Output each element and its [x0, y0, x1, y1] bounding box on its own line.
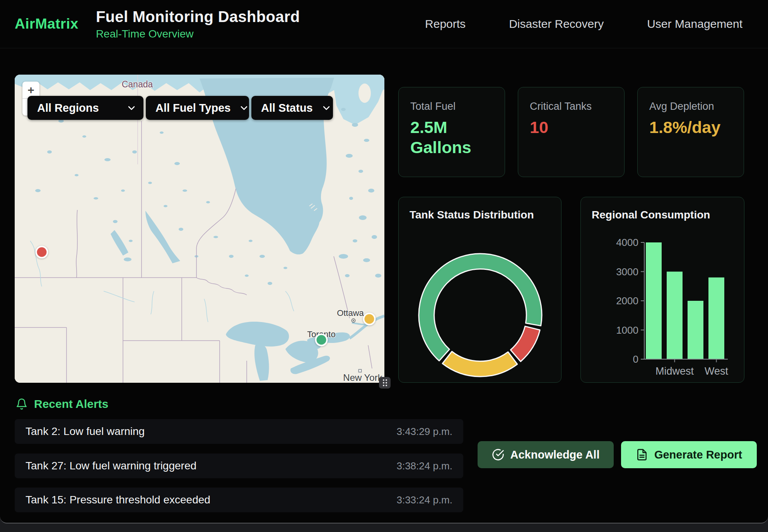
alert-message: Tank 15: Pressure threshold exceeded [26, 494, 210, 506]
nav-reports[interactable]: Reports [425, 17, 466, 31]
stat-card-critical-tanks: Critical Tanks 10 [518, 87, 625, 177]
document-icon [636, 448, 648, 461]
stat-label: Avg Depletion [649, 101, 732, 113]
y-axis-tick-label: 3000 [616, 266, 638, 278]
y-axis-tick-label: 4000 [616, 237, 638, 248]
recent-alerts-title: Recent Alerts [34, 397, 108, 411]
tank-marker-critical[interactable] [36, 246, 48, 259]
page-subtitle: Real-Time Overview [96, 28, 300, 40]
regional-consumption-card: Regional Consumption 01000200030004000Mi… [580, 197, 744, 383]
bell-icon [15, 397, 28, 411]
alert-row[interactable]: Tank 27: Low fuel warning triggered 3:38… [15, 454, 463, 478]
stat-value-avg-depletion: 1.8%/​day [649, 117, 732, 137]
main-nav: Reports Disaster Recovery User Managemen… [425, 17, 742, 31]
header: AirMatrix Fuel Monitoring Dashboard Real… [0, 0, 768, 48]
tank-marker-warning[interactable] [363, 313, 376, 326]
alert-message: Tank 2: Low fuel warning [26, 425, 145, 438]
alert-timestamp: 3:43:29 p.m. [396, 426, 452, 438]
recent-alerts-heading: Recent Alerts [15, 397, 108, 411]
region-filter-dropdown[interactable]: All Regions [27, 96, 143, 120]
generate-report-label: Generate Report [654, 448, 742, 461]
stat-value-critical-tanks: 10 [530, 117, 613, 137]
stat-label: Critical Tanks [530, 101, 613, 113]
bar-Midwest[interactable] [667, 272, 683, 360]
page-title: Fuel Monitoring Dashboard [96, 8, 300, 26]
resize-grip-handle[interactable] [379, 377, 391, 389]
stat-card-avg-depletion: Avg Depletion 1.8%/​day [637, 87, 744, 177]
y-axis-tick-label: 0 [633, 353, 638, 365]
alert-message: Tank 27: Low fuel warning triggered [26, 460, 196, 472]
map-label-new-york: New York [343, 372, 382, 383]
bar-West[interactable] [708, 278, 724, 359]
status-filter-dropdown[interactable]: All Status [251, 96, 333, 120]
generate-report-button[interactable]: Generate Report [621, 441, 757, 468]
check-circle-icon [492, 448, 504, 461]
x-axis-tick-label: West [705, 365, 729, 377]
nav-user-management[interactable]: User Management [647, 17, 742, 31]
stat-card-total-fuel: Total Fuel 2.5M Gallons [398, 87, 505, 177]
alert-row[interactable]: Tank 2: Low fuel warning 3:43:29 p.m. [15, 419, 463, 444]
donut-chart-title: Tank Status Distribution [410, 209, 534, 221]
tank-marker-normal[interactable] [315, 334, 328, 346]
alert-timestamp: 3:33:24 p.m. [396, 494, 452, 506]
donut-slice-critical[interactable] [510, 326, 540, 361]
regional-consumption-bar-chart: 01000200030004000MidwestWest [581, 197, 745, 383]
map[interactable]: + − All Regions All Fuel Types All Statu… [15, 75, 384, 383]
alert-timestamp: 3:38:24 p.m. [396, 460, 452, 472]
acknowledge-all-label: Acknowledge All [510, 448, 600, 461]
stat-label: Total Fuel [410, 101, 493, 113]
fuel-monitoring-dashboard: AirMatrix Fuel Monitoring Dashboard Real… [0, 0, 768, 532]
chevron-down-icon [323, 106, 330, 110]
bar-chart-title: Regional Consumption [592, 209, 710, 221]
fuel-type-filter-value: All Fuel Types [155, 102, 230, 114]
region-filter-value: All Regions [37, 102, 99, 114]
y-axis-tick-label: 1000 [616, 324, 638, 336]
bar-region-3[interactable] [688, 301, 703, 359]
map-label-canada: Canada [122, 79, 153, 90]
tank-status-donut-chart [399, 197, 562, 383]
y-axis-tick-label: 2000 [616, 295, 638, 307]
app-window: AirMatrix Fuel Monitoring Dashboard Real… [0, 0, 768, 523]
status-filter-value: All Status [261, 102, 313, 114]
chevron-down-icon [128, 106, 135, 110]
bar-region-1[interactable] [646, 242, 662, 359]
tank-status-distribution-card: Tank Status Distribution [398, 197, 561, 383]
alert-row[interactable]: Tank 15: Pressure threshold exceeded 3:3… [15, 488, 463, 512]
stat-value-total-fuel: 2.5M Gallons [410, 117, 493, 158]
donut-slice-warning[interactable] [442, 351, 517, 377]
chevron-down-icon [241, 106, 247, 110]
map-label-ottawa: Ottawa [337, 308, 364, 318]
town-icon [351, 318, 356, 323]
fuel-type-filter-dropdown[interactable]: All Fuel Types [146, 96, 249, 120]
x-axis-tick-label: Midwest [655, 365, 694, 377]
title-block: Fuel Monitoring Dashboard Real-Time Over… [96, 8, 300, 40]
brand-logo[interactable]: AirMatrix [15, 16, 79, 32]
acknowledge-all-button[interactable]: Acknowledge All [478, 441, 614, 468]
nav-disaster-recovery[interactable]: Disaster Recovery [509, 17, 604, 31]
map-filters: All Regions All Fuel Types All Status [27, 96, 333, 120]
